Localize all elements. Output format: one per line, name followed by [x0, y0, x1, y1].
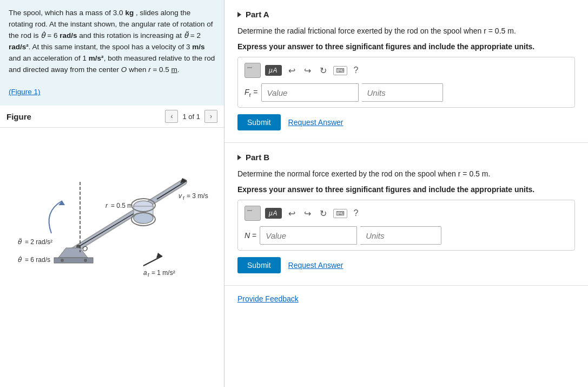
svg-text:a: a — [143, 269, 147, 277]
right-panel: Part A Determine the radial frictional f… — [224, 0, 588, 387]
svg-text:= 6 rad/s: = 6 rad/s — [25, 256, 50, 264]
part-b-toolbar: μΑ ↩ ↪ ↻ ⌨ ? — [245, 206, 568, 221]
part-a-section: Part A Determine the radial frictional f… — [224, 0, 588, 143]
svg-text:v: v — [179, 192, 182, 200]
part-a-header: Part A — [237, 10, 575, 19]
mu-button-b[interactable]: μΑ — [265, 208, 282, 219]
part-b-action-row: Submit Request Answer — [237, 257, 575, 273]
svg-rect-20 — [54, 258, 93, 263]
part-b-title: Part B — [246, 153, 269, 162]
part-a-title: Part A — [246, 10, 269, 19]
problem-text: The spool, which has a mass of 3.0 kg , … — [9, 9, 215, 74]
part-b-input-row: N = — [245, 226, 568, 245]
part-b-answer-box: μΑ ↩ ↪ ↻ ⌨ ? N = — [237, 200, 575, 251]
part-a-toggle[interactable] — [237, 12, 241, 17]
part-b-submit-button[interactable]: Submit — [237, 257, 281, 273]
svg-text:= 0.5 m: = 0.5 m — [111, 202, 133, 209]
grid-icon-b[interactable] — [245, 206, 261, 221]
part-b-header: Part B — [237, 153, 575, 162]
figure-header: Figure ‹ 1 of 1 › — [0, 106, 224, 128]
part-a-input-row: Fr = — [245, 83, 568, 102]
part-a-request-answer[interactable]: Request Answer — [288, 118, 343, 127]
feedback-section: Provide Feedback — [224, 286, 588, 312]
problem-text-box: The spool, which has a mass of 3.0 kg , … — [0, 0, 224, 106]
part-b-units-input[interactable] — [360, 226, 441, 245]
help-icon-b[interactable]: ? — [352, 207, 361, 219]
keyboard-icon-a[interactable]: ⌨ — [333, 66, 347, 75]
refresh-icon-b[interactable]: ↻ — [318, 207, 329, 220]
redo-icon-b[interactable]: ↪ — [302, 207, 313, 220]
part-b-value-input[interactable] — [260, 226, 357, 245]
figure-canvas: O r = 0.5 m θ̈ = 2 ra — [0, 128, 224, 387]
part-a-label: Fr = — [245, 88, 258, 98]
part-b-toggle[interactable] — [237, 155, 241, 160]
provide-feedback-link[interactable]: Provide Feedback — [237, 294, 299, 303]
left-panel: The spool, which has a mass of 3.0 kg , … — [0, 0, 224, 387]
part-b-section: Part B Determine the normal force exerte… — [224, 143, 588, 286]
figure-section: Figure ‹ 1 of 1 › O r = 0.5 m — [0, 106, 224, 387]
figure-page: 1 of 1 — [182, 113, 200, 121]
part-a-units-input[interactable] — [362, 83, 443, 102]
mu-button-a[interactable]: μΑ — [265, 65, 282, 76]
refresh-icon-a[interactable]: ↻ — [318, 64, 329, 77]
part-b-label: N = — [245, 231, 256, 240]
svg-point-22 — [84, 259, 87, 262]
grid-icon-a[interactable] — [245, 63, 261, 78]
undo-icon-b[interactable]: ↩ — [286, 207, 298, 220]
figure-svg: O r = 0.5 m θ̈ = 2 ra — [0, 128, 211, 285]
figure-title: Figure — [6, 112, 165, 121]
part-a-value-input[interactable] — [261, 83, 359, 102]
part-a-answer-box: μΑ ↩ ↪ ↻ ⌨ ? Fr = — [237, 57, 575, 108]
svg-text:= 1 m/s²: = 1 m/s² — [151, 269, 175, 277]
part-a-submit-button[interactable]: Submit — [237, 114, 281, 130]
part-a-instructions: Express your answer to three significant… — [237, 41, 575, 53]
part-b-instructions: Express your answer to three significant… — [237, 184, 575, 195]
part-a-description: Determine the radial frictional force ex… — [237, 25, 575, 37]
figure-nav: ‹ 1 of 1 › — [165, 110, 217, 123]
redo-icon-a[interactable]: ↪ — [302, 64, 313, 77]
figure-link[interactable]: (Figure 1) — [9, 88, 41, 96]
svg-text:= 3 m/s: = 3 m/s — [187, 192, 208, 200]
part-a-action-row: Submit Request Answer — [237, 114, 575, 130]
next-figure-button[interactable]: › — [204, 110, 217, 123]
prev-figure-button[interactable]: ‹ — [165, 110, 178, 123]
svg-text:= 2 rad/s²: = 2 rad/s² — [25, 238, 52, 246]
keyboard-icon-b[interactable]: ⌨ — [333, 209, 347, 218]
undo-icon-a[interactable]: ↩ — [286, 64, 298, 77]
svg-point-21 — [61, 259, 64, 262]
help-icon-a[interactable]: ? — [352, 64, 361, 76]
part-a-toolbar: μΑ ↩ ↪ ↻ ⌨ ? — [245, 63, 568, 78]
part-b-description: Determine the normal force exerted by th… — [237, 168, 575, 180]
part-b-request-answer[interactable]: Request Answer — [288, 261, 343, 270]
